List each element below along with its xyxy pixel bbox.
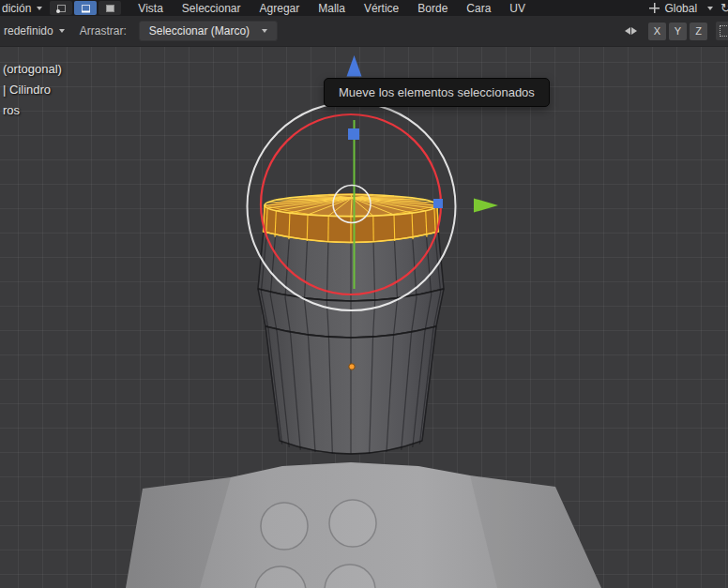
chevron-down-icon bbox=[707, 7, 713, 10]
top-menubar: dición Vista Seleccionar Agregar Malla V… bbox=[0, 0, 728, 16]
menu-seleccionar[interactable]: Seleccionar bbox=[173, 0, 250, 16]
gizmo-plane-handle-top[interactable] bbox=[348, 128, 359, 140]
view-rotate-icon[interactable]: ↻ bbox=[720, 1, 728, 15]
preset-label: redefinido bbox=[4, 24, 53, 38]
menu-uv[interactable]: UV bbox=[500, 0, 535, 16]
chevron-down-icon bbox=[262, 29, 267, 33]
object-origin-dot[interactable] bbox=[349, 364, 355, 369]
torso-detail-circle bbox=[329, 500, 376, 547]
edit-mode-dropdown[interactable]: dición bbox=[0, 0, 48, 16]
mirror-x-button[interactable]: X bbox=[648, 23, 666, 40]
face-select-button[interactable] bbox=[99, 1, 121, 15]
menu-bar-items: Vista Seleccionar Agregar Malla Vértice … bbox=[129, 0, 535, 16]
select-mode-buttons bbox=[50, 1, 121, 15]
orientation-axes-icon bbox=[649, 3, 660, 13]
mirror-icon bbox=[625, 27, 637, 35]
mirror-y-button[interactable]: Y bbox=[669, 23, 687, 40]
viewport-3d[interactable]: (ortogonal) | Cilindro ros Mueve los ele… bbox=[0, 47, 728, 588]
drag-label: Arrastrar: bbox=[80, 24, 127, 38]
mirror-z-button[interactable]: Z bbox=[690, 23, 707, 40]
chevron-down-icon bbox=[59, 29, 65, 33]
menu-borde[interactable]: Borde bbox=[408, 0, 457, 16]
mesh-torso-object[interactable] bbox=[126, 462, 601, 588]
mesh-cylinder-object[interactable] bbox=[258, 193, 444, 454]
vertex-select-button[interactable] bbox=[50, 1, 72, 15]
falloff-options-icon[interactable] bbox=[716, 22, 728, 40]
edit-mode-label: dición bbox=[2, 1, 31, 16]
menu-cara[interactable]: Cara bbox=[457, 0, 500, 16]
torso-detail-circle bbox=[261, 503, 308, 550]
gizmo-plane-handle-right[interactable] bbox=[433, 199, 443, 208]
gizmo-y-arrow[interactable] bbox=[474, 199, 498, 213]
select-tool-label: Seleccionar (Marco) bbox=[149, 24, 250, 38]
units-overlay: ros bbox=[3, 103, 20, 117]
transform-orientation-dropdown[interactable]: Global bbox=[642, 2, 720, 15]
selected-faces[interactable] bbox=[264, 193, 439, 243]
preset-dropdown[interactable]: redefinido bbox=[0, 24, 68, 38]
gizmo-z-arrow[interactable] bbox=[347, 55, 362, 77]
menu-agregar[interactable]: Agregar bbox=[250, 0, 310, 16]
viewport-scene bbox=[0, 47, 728, 588]
menu-vista[interactable]: Vista bbox=[129, 0, 172, 16]
menu-vertice[interactable]: Vértice bbox=[355, 0, 408, 16]
menu-malla[interactable]: Malla bbox=[309, 0, 355, 16]
chevron-down-icon bbox=[37, 7, 42, 10]
face-select-icon bbox=[104, 4, 115, 13]
active-object-overlay: | Cilindro bbox=[3, 83, 51, 97]
vertex-select-icon bbox=[55, 4, 67, 13]
select-tool-dropdown[interactable]: Seleccionar (Marco) bbox=[139, 21, 278, 41]
tooltip: Mueve los elementos seleccionados bbox=[324, 78, 550, 107]
view-name-overlay: (ortogonal) bbox=[3, 62, 62, 76]
edge-select-icon bbox=[80, 4, 91, 13]
tool-settings-bar: redefinido Arrastrar: Seleccionar (Marco… bbox=[0, 16, 728, 47]
edge-select-button[interactable] bbox=[74, 1, 97, 15]
orientation-label: Global bbox=[664, 2, 697, 15]
